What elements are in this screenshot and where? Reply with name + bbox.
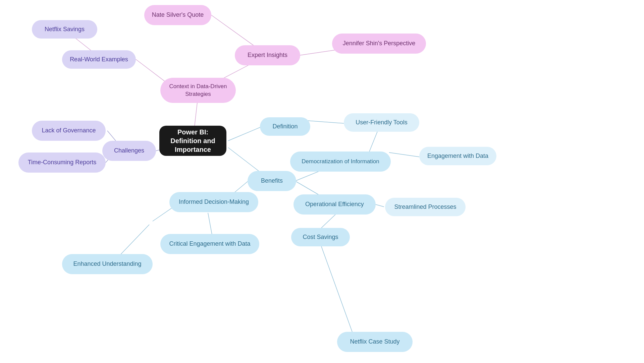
node-user-friendly: User-Friendly Tools (344, 113, 419, 132)
svg-line-10 (228, 127, 262, 141)
node-engagement-with-data: Engagement with Data (419, 147, 496, 165)
svg-line-7 (107, 131, 116, 141)
node-jennifer-shin: Jennifer Shin's Perspective (332, 34, 426, 54)
node-time-consuming: Time-Consuming Reports (18, 153, 106, 173)
node-enhanced-understanding: Enhanced Understanding (62, 254, 153, 274)
node-challenges: Challenges (102, 141, 156, 161)
node-operational-efficiency: Operational Efficiency (293, 194, 376, 215)
node-cost-savings: Cost Savings (291, 228, 350, 246)
svg-line-21 (376, 204, 384, 207)
svg-line-19 (208, 213, 212, 235)
node-streamlined-processes: Streamlined Processes (385, 198, 466, 216)
node-benefits: Benefits (248, 171, 296, 191)
svg-line-22 (321, 215, 335, 228)
node-lack-of-governance: Lack of Governance (32, 121, 106, 141)
node-netflix-savings: Netflix Savings (32, 20, 97, 39)
node-informed-decision: Informed Decision-Making (169, 192, 258, 212)
node-context: Context in Data-Driven Strategies (160, 78, 236, 103)
node-real-world-examples: Real-World Examples (62, 50, 136, 69)
svg-line-15 (389, 153, 419, 157)
svg-line-23 (321, 246, 352, 332)
node-netflix-case-study: Netflix Case Study (337, 332, 413, 352)
node-definition: Definition (260, 117, 310, 136)
node-nate-silver-quote: Nate Silver's Quote (144, 5, 211, 25)
center-node: Power BI: Definition and Importance (159, 126, 226, 156)
node-democratization: Democratization of Information (290, 152, 391, 172)
node-expert-insights: Expert Insights (235, 45, 300, 65)
node-critical-engagement: Critical Engagement with Data (160, 234, 259, 254)
